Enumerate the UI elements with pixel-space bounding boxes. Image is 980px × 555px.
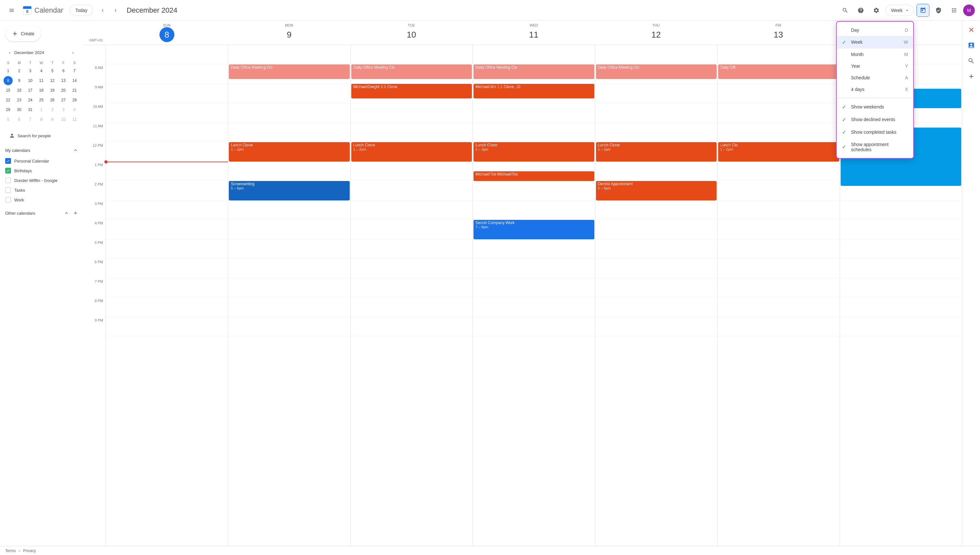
help-button[interactable] <box>854 4 867 17</box>
today-button[interactable]: Today <box>70 5 93 16</box>
right-panel-tasks-icon[interactable] <box>965 39 978 52</box>
event-item[interactable]: Lunch Clo 1 – 2pm <box>718 142 839 162</box>
calendar-item-tasks[interactable]: Tasks <box>0 185 80 195</box>
prev-arrow[interactable]: ‹ <box>97 5 109 16</box>
mini-day[interactable]: 13 <box>59 76 68 85</box>
event-item[interactable]: Daily Office Meeting Clo <box>473 64 594 79</box>
mini-day[interactable]: 9 <box>14 76 24 85</box>
mini-day[interactable]: 6 <box>59 66 68 75</box>
event-item[interactable]: Screenwriting 5 – 6pm <box>229 181 349 201</box>
mini-prev-button[interactable]: ‹ <box>5 48 14 57</box>
day-num-13[interactable]: 13 <box>771 27 786 42</box>
show-appointment-option[interactable]: ✓ Show appointment schedules <box>837 139 913 156</box>
mini-day[interactable]: 12 <box>48 76 57 85</box>
mini-day[interactable]: 10 <box>26 76 35 85</box>
mini-day[interactable]: 11 <box>70 115 79 124</box>
mini-day[interactable]: 18 <box>37 86 46 95</box>
calendar-view-button[interactable] <box>916 4 929 17</box>
settings-button[interactable] <box>870 4 883 17</box>
right-panel-add-icon[interactable] <box>965 70 978 83</box>
mini-day[interactable]: 1 <box>3 66 13 75</box>
mini-day[interactable]: 16 <box>14 86 24 95</box>
mini-day[interactable]: 1 <box>37 105 46 114</box>
day-col-5[interactable]: Daily Offi Lunch Clo 1 – 2pm <box>717 45 839 546</box>
search-people-button[interactable]: Search for people <box>5 130 77 142</box>
mini-day[interactable]: 31 <box>26 105 35 114</box>
day-col-0[interactable] <box>106 45 228 546</box>
view-option-4days[interactable]: 4 days X <box>837 83 913 95</box>
event-item[interactable]: Lunch Clone 1 – 2pm <box>351 142 472 162</box>
mini-day[interactable]: 26 <box>48 96 57 104</box>
mini-day[interactable]: 8 <box>3 76 13 85</box>
search-button[interactable] <box>839 4 852 17</box>
day-num-12[interactable]: 12 <box>649 27 663 42</box>
day-col-3[interactable]: Daily Office Meeting Clo Michael/Jim 1:1… <box>473 45 595 546</box>
event-item[interactable]: Secret Company Work 7 – 8pm <box>473 220 594 239</box>
tasks-view-button[interactable] <box>932 4 945 17</box>
calendar-item-birthdays[interactable]: Birthdays <box>0 166 80 175</box>
right-panel-icon-1[interactable] <box>965 23 978 36</box>
show-declined-option[interactable]: ✓ Show declined events <box>837 113 913 126</box>
event-item[interactable]: Daily Office Meeting Clo <box>596 64 716 79</box>
mini-day[interactable]: 28 <box>70 96 79 104</box>
mini-day[interactable]: 10 <box>59 115 68 124</box>
calendar-item-work[interactable]: Work <box>0 195 80 205</box>
day-num-8[interactable]: 8 <box>159 27 174 42</box>
other-calendars-header[interactable]: Other calendars <box>0 207 83 219</box>
mini-day[interactable]: 17 <box>26 86 35 95</box>
mini-day[interactable]: 2 <box>14 66 24 75</box>
mini-next-button[interactable]: › <box>68 48 77 57</box>
mini-day[interactable]: 2 <box>48 105 57 114</box>
mini-day[interactable]: 23 <box>14 96 24 104</box>
view-selector-button[interactable]: Week <box>885 5 914 16</box>
mini-day[interactable]: 4 <box>37 66 46 75</box>
day-col-4[interactable]: Daily Office Meeting Clo Lunch Clone 1 –… <box>595 45 717 546</box>
mini-day[interactable]: 5 <box>3 115 13 124</box>
mini-day[interactable]: 9 <box>48 115 57 124</box>
view-option-week[interactable]: ✓ Week W <box>837 36 913 48</box>
calendar-item-personal[interactable]: Personal Calendar <box>0 156 80 166</box>
create-button[interactable]: Create <box>5 26 41 42</box>
event-item[interactable]: Michael/Jim 1:1 Clone, 10 <box>473 84 594 98</box>
mini-day[interactable]: 30 <box>14 105 24 114</box>
mini-day[interactable]: 7 <box>26 115 35 124</box>
mini-day[interactable]: 4 <box>70 105 79 114</box>
add-other-calendar-button[interactable] <box>71 209 80 218</box>
mini-day[interactable]: 24 <box>26 96 35 104</box>
hamburger-button[interactable] <box>5 4 18 17</box>
mini-day[interactable]: 3 <box>59 105 68 114</box>
mini-day[interactable]: 15 <box>3 86 13 95</box>
mini-day[interactable]: 3 <box>26 66 35 75</box>
mini-day[interactable]: 7 <box>70 66 79 75</box>
day-num-11[interactable]: 11 <box>526 27 541 42</box>
event-item[interactable]: Daily Office Meeting Clo <box>351 64 472 79</box>
event-item[interactable]: Lunch Clone 1 – 2pm <box>596 142 716 162</box>
view-option-day[interactable]: Day D <box>837 24 913 36</box>
calendar-item-dunder[interactable]: Dunder Mifflin - Google <box>0 175 80 185</box>
view-option-month[interactable]: Month M <box>837 48 913 60</box>
day-col-1[interactable]: Daily Office Meeting Clo Lunch Clone 1 –… <box>228 45 350 546</box>
mini-day[interactable]: 14 <box>70 76 79 85</box>
show-completed-option[interactable]: ✓ Show completed tasks <box>837 126 913 139</box>
show-weekends-option[interactable]: ✓ Show weekends <box>837 101 913 113</box>
mini-day[interactable]: 21 <box>70 86 79 95</box>
my-calendars-header[interactable]: My calendars <box>0 144 83 156</box>
event-item[interactable]: Michael/Tob Michael/Tob <box>473 171 594 181</box>
view-option-schedule[interactable]: Schedule A <box>837 72 913 83</box>
event-item[interactable]: Dentist Appointment 5 – 6pm <box>596 181 716 201</box>
user-avatar[interactable]: M <box>963 5 975 16</box>
mini-day[interactable]: 19 <box>48 86 57 95</box>
day-col-2[interactable]: Daily Office Meeting Clo Michael/Dwight … <box>350 45 473 546</box>
google-apps-button[interactable] <box>948 4 961 17</box>
mini-day[interactable]: 25 <box>37 96 46 104</box>
view-option-year[interactable]: Year Y <box>837 60 913 72</box>
event-item[interactable]: Daily Offi <box>718 64 839 79</box>
mini-day[interactable]: 29 <box>3 105 13 114</box>
mini-day[interactable]: 8 <box>37 115 46 124</box>
day-num-9[interactable]: 9 <box>282 27 296 42</box>
mini-day[interactable]: 27 <box>59 96 68 104</box>
next-arrow[interactable]: › <box>110 5 122 16</box>
event-item[interactable]: Lunch Clone 1 – 2pm <box>229 142 349 162</box>
mini-day[interactable]: 11 <box>37 76 46 85</box>
mini-day[interactable]: 6 <box>14 115 24 124</box>
